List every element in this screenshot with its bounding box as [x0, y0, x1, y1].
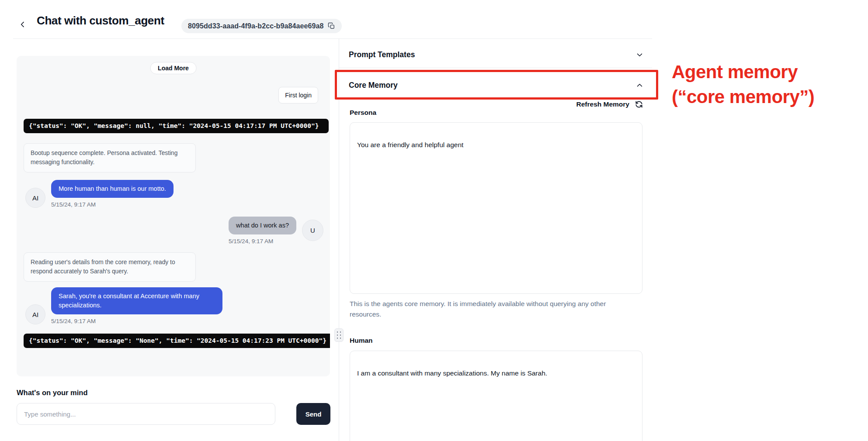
- annotation-line-1: Agent memory: [672, 60, 814, 85]
- message-timestamp: 5/15/24, 9:17 AM: [229, 238, 273, 245]
- resize-handle[interactable]: [334, 328, 344, 342]
- ai-avatar: AI: [25, 304, 45, 324]
- annotation-line-2: (“core memory”): [672, 85, 814, 110]
- status-message-1: {"status": "OK", "message": null, "time"…: [24, 119, 329, 133]
- agent-id-text: 8095dd33-aaad-4f9a-b2cc-b9a84aee69a8: [188, 22, 323, 30]
- message-timestamp: 5/15/24, 9:17 AM: [51, 318, 96, 324]
- first-login-badge: First login: [278, 87, 318, 103]
- core-memory-description: This is the agents core memory. It is im…: [350, 299, 628, 320]
- panel-divider: [339, 39, 339, 441]
- composer-label: What's on your mind: [17, 389, 88, 397]
- ai-message-row: AI More human than human is our motto. 5…: [25, 180, 174, 208]
- persona-label: Persona: [350, 109, 376, 117]
- prompt-templates-header[interactable]: Prompt Templates: [349, 47, 643, 62]
- status-message-2: {"status": "OK", "message": "None", "tim…: [24, 334, 330, 348]
- copy-button[interactable]: [328, 22, 335, 30]
- agent-id-badge: 8095dd33-aaad-4f9a-b2cc-b9a84aee69a8: [181, 19, 342, 33]
- page-title: Chat with custom_agent: [37, 14, 164, 28]
- chevron-left-icon: [19, 21, 26, 28]
- refresh-memory-button[interactable]: Refresh Memory: [576, 100, 643, 109]
- ai-message-bubble: Sarah, you're a consultant at Accenture …: [51, 287, 222, 314]
- chat-history-panel: Load More First login {"status": "OK", "…: [17, 56, 330, 376]
- system-message-1: Bootup sequence complete. Persona activa…: [24, 143, 196, 172]
- refresh-icon: [635, 100, 643, 109]
- system-message-2: Reading user's details from the core mem…: [24, 252, 196, 282]
- copy-icon: [328, 22, 335, 30]
- message-timestamp: 5/15/24, 9:17 AM: [51, 201, 96, 208]
- user-message-bubble: what do I work as?: [229, 217, 296, 234]
- ai-avatar: AI: [25, 188, 45, 208]
- section-divider: [339, 68, 652, 68]
- persona-textarea[interactable]: You are a friendly and helpful agent: [350, 122, 642, 294]
- core-memory-header[interactable]: Core Memory: [349, 77, 643, 93]
- user-message-row: what do I work as? 5/15/24, 9:17 AM U: [229, 217, 323, 245]
- load-more-button[interactable]: Load More: [150, 62, 197, 74]
- human-label: Human: [350, 337, 373, 345]
- chevron-down-icon: [636, 51, 643, 59]
- ai-message-bubble: More human than human is our motto.: [51, 180, 174, 198]
- message-input[interactable]: [17, 403, 275, 425]
- prompt-templates-label: Prompt Templates: [349, 50, 415, 59]
- refresh-memory-label: Refresh Memory: [576, 100, 629, 108]
- human-textarea[interactable]: I am a consultant with many specializati…: [350, 351, 642, 441]
- back-button[interactable]: [17, 18, 29, 31]
- annotation-text: Agent memory (“core memory”): [672, 60, 814, 109]
- chevron-up-icon: [636, 82, 643, 89]
- core-memory-label: Core Memory: [349, 81, 398, 90]
- ai-message-row: AI Sarah, you're a consultant at Accentu…: [25, 287, 222, 324]
- send-button[interactable]: Send: [296, 403, 330, 425]
- user-avatar: U: [302, 220, 323, 241]
- header-divider: [13, 38, 652, 39]
